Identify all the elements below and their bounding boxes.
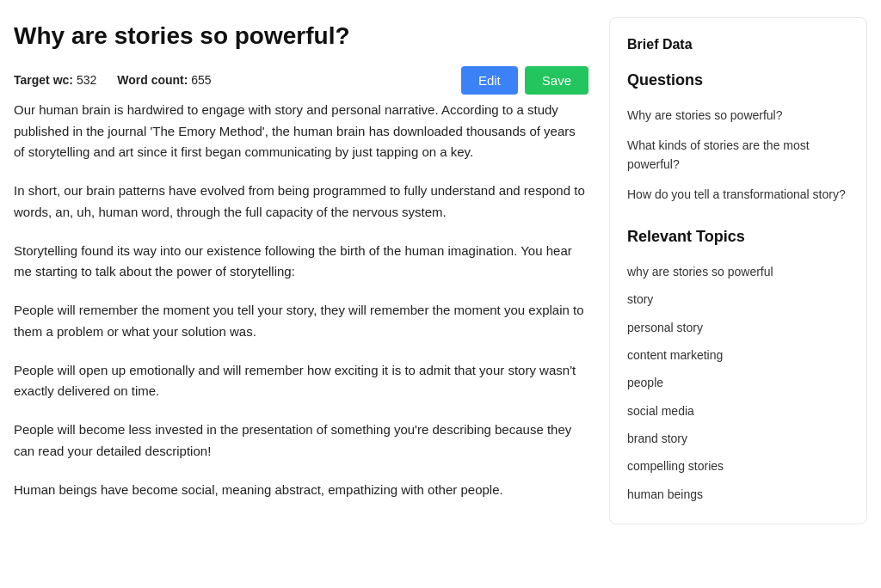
topic-item-4: people <box>627 369 849 396</box>
relevant-topics-title: Relevant Topics <box>627 224 849 249</box>
questions-list: Why are stories so powerful?What kinds o… <box>627 101 849 209</box>
article-paragraph-6: Human beings have become social, meaning… <box>14 480 588 501</box>
article-paragraph-3: People will remember the moment you tell… <box>14 300 588 343</box>
target-wc: Target wc: 532 <box>14 70 96 89</box>
article-paragraph-0: Our human brain is hardwired to engage w… <box>14 100 588 163</box>
article-body: Our human brain is hardwired to engage w… <box>14 100 588 501</box>
topic-item-8: human beings <box>627 481 849 508</box>
brief-data-title: Brief Data <box>627 34 849 56</box>
article-paragraph-4: People will open up emotionally and will… <box>14 360 588 403</box>
article-paragraph-2: Storytelling found its way into our exis… <box>14 241 588 284</box>
meta-header: Target wc: 532 Word count: 655 Edit Save <box>14 66 588 95</box>
topic-item-7: compelling stories <box>627 452 849 480</box>
page-title: Why are stories so powerful? <box>14 17 588 56</box>
word-count: Word count: 655 <box>117 70 211 89</box>
action-buttons: Edit Save <box>461 66 588 95</box>
article-paragraph-5: People will become less invested in the … <box>14 420 588 462</box>
question-item-0: Why are stories so powerful? <box>627 101 849 130</box>
save-button[interactable]: Save <box>525 66 588 95</box>
topic-item-0: why are stories so powerful <box>627 258 849 285</box>
article-paragraph-1: In short, our brain patterns have evolve… <box>14 181 588 224</box>
topic-item-5: social media <box>627 397 849 425</box>
topic-item-2: personal story <box>627 314 849 341</box>
question-item-2: How do you tell a transformational story… <box>627 180 849 209</box>
topic-item-1: story <box>627 285 849 313</box>
question-item-1: What kinds of stories are the most power… <box>627 131 849 180</box>
topic-item-6: brand story <box>627 425 849 452</box>
relevant-topics-list: why are stories so powerfulstorypersonal… <box>627 258 849 509</box>
main-content: Why are stories so powerful? Target wc: … <box>14 17 588 571</box>
edit-button[interactable]: Edit <box>461 66 518 95</box>
topic-item-3: content marketing <box>627 341 849 369</box>
questions-title: Questions <box>627 68 849 93</box>
sidebar: Brief Data Questions Why are stories so … <box>609 17 867 524</box>
